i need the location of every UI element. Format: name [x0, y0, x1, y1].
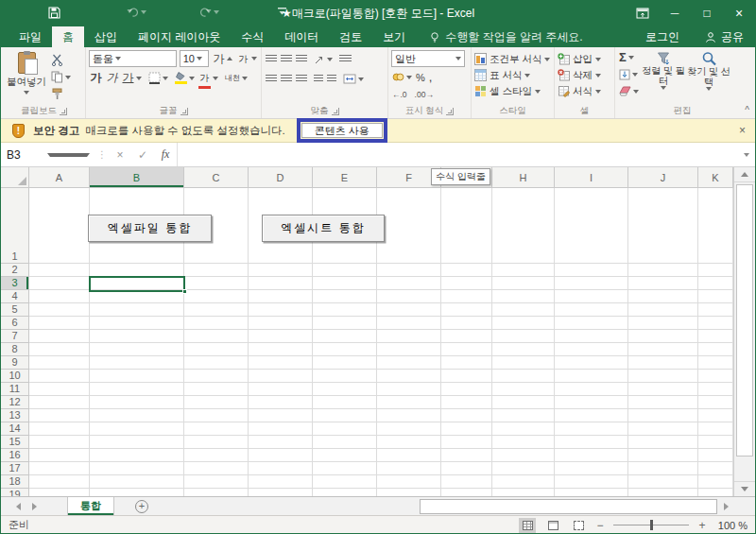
cell-I8[interactable] — [555, 343, 628, 356]
shrink-font-button[interactable]: 가 — [236, 52, 258, 66]
number-dialog-launcher[interactable] — [446, 108, 454, 115]
grow-font-button[interactable]: 가 — [212, 52, 233, 66]
cell-H17[interactable] — [492, 462, 555, 475]
cell-G6[interactable] — [441, 317, 492, 330]
undo-button[interactable] — [127, 7, 146, 18]
cell-K16[interactable] — [698, 449, 733, 462]
cell-D7[interactable] — [249, 330, 313, 343]
maximize-button[interactable]: □ — [691, 0, 723, 26]
row-header-18[interactable]: 18 — [1, 475, 29, 489]
cell-G2[interactable] — [441, 264, 492, 277]
sheet-nav-prev-icon[interactable] — [16, 503, 21, 510]
cell-H4[interactable] — [492, 290, 555, 303]
wrap-text-button[interactable] — [338, 52, 352, 66]
cell-J12[interactable] — [628, 396, 698, 409]
cell-C15[interactable] — [184, 436, 249, 449]
cell-A3[interactable] — [29, 277, 90, 290]
row-header-14[interactable]: 14 — [1, 422, 29, 436]
collapse-ribbon-button[interactable]: ^ — [745, 105, 749, 115]
cell-I7[interactable] — [555, 330, 628, 343]
vertical-scrollbar-thumb[interactable] — [736, 184, 753, 456]
cell-I18[interactable] — [555, 475, 628, 489]
conditional-formatting-button[interactable]: 조건부 서식 — [474, 51, 551, 67]
insert-cells-button[interactable]: 삽입 — [558, 51, 611, 67]
cell-A17[interactable] — [29, 462, 90, 475]
cell-G4[interactable] — [441, 290, 492, 303]
cell-A16[interactable] — [29, 449, 90, 462]
cell-A8[interactable] — [29, 343, 90, 356]
enable-content-button[interactable]: 콘텐츠 사용 — [301, 123, 383, 138]
cell-D18[interactable] — [249, 475, 313, 489]
font-name-select[interactable]: 돋움 — [89, 50, 177, 67]
row-header-2[interactable]: 2 — [1, 264, 29, 277]
font-color-button[interactable]: 가 — [198, 71, 219, 85]
zoom-in-button[interactable]: + — [697, 519, 707, 532]
cell-J3[interactable] — [628, 277, 698, 290]
cell-K1[interactable] — [698, 188, 733, 264]
cell-D9[interactable] — [249, 356, 313, 370]
insert-function-button[interactable]: fx — [154, 143, 177, 166]
ribbon-tab-파일[interactable]: 파일 — [9, 26, 52, 47]
cell-D8[interactable] — [249, 343, 313, 356]
cell-B5[interactable] — [90, 303, 184, 317]
cell-I15[interactable] — [555, 436, 628, 449]
format-as-table-button[interactable]: 표 서식 — [474, 67, 551, 83]
cell-E6[interactable] — [313, 317, 377, 330]
cell-G10[interactable] — [441, 370, 492, 383]
cell-D2[interactable] — [249, 264, 313, 277]
cell-K13[interactable] — [698, 409, 733, 422]
cell-H5[interactable] — [492, 303, 555, 317]
cell-K12[interactable] — [698, 396, 733, 409]
cell-I5[interactable] — [555, 303, 628, 317]
cell-D12[interactable] — [249, 396, 313, 409]
cell-B6[interactable] — [90, 317, 184, 330]
cell-A4[interactable] — [29, 290, 90, 303]
cell-J13[interactable] — [628, 409, 698, 422]
customize-qat-button[interactable] — [278, 7, 287, 17]
cell-C19[interactable] — [184, 489, 249, 496]
cell-I13[interactable] — [555, 409, 628, 422]
cell-F7[interactable] — [377, 330, 441, 343]
cell-F3[interactable] — [377, 277, 441, 290]
underline-button[interactable]: 가 — [121, 71, 143, 85]
cell-B8[interactable] — [90, 343, 184, 356]
cell-C9[interactable] — [184, 356, 249, 370]
cell-C7[interactable] — [184, 330, 249, 343]
cell-J7[interactable] — [628, 330, 698, 343]
cell-J9[interactable] — [628, 356, 698, 370]
cell-B10[interactable] — [90, 370, 184, 383]
cell-C17[interactable] — [184, 462, 249, 475]
cut-button[interactable] — [50, 53, 72, 67]
cell-C16[interactable] — [184, 449, 249, 462]
cell-C5[interactable] — [184, 303, 249, 317]
cell-K9[interactable] — [698, 356, 733, 370]
cell-B3[interactable] — [90, 277, 184, 290]
cell-I4[interactable] — [555, 290, 628, 303]
cell-K6[interactable] — [698, 317, 733, 330]
cell-E8[interactable] — [313, 343, 377, 356]
cell-C4[interactable] — [184, 290, 249, 303]
cell-F16[interactable] — [377, 449, 441, 462]
cell-K4[interactable] — [698, 290, 733, 303]
cell-D5[interactable] — [249, 303, 313, 317]
increase-decimal-button[interactable]: ←.0 — [391, 87, 408, 101]
cell-H10[interactable] — [492, 370, 555, 383]
cell-G1[interactable] — [441, 188, 492, 264]
cell-E17[interactable] — [313, 462, 377, 475]
cell-H12[interactable] — [492, 396, 555, 409]
ribbon-tab-검토[interactable]: 검토 — [329, 26, 372, 47]
cell-D11[interactable] — [249, 383, 313, 396]
cell-F8[interactable] — [377, 343, 441, 356]
cell-G16[interactable] — [441, 449, 492, 462]
cell-J17[interactable] — [628, 462, 698, 475]
row-header-5[interactable]: 5 — [1, 303, 29, 317]
add-sheet-button[interactable]: + — [135, 500, 148, 513]
cell-A19[interactable] — [29, 489, 90, 496]
comma-style-button[interactable]: , — [428, 70, 434, 84]
row-header-17[interactable]: 17 — [1, 462, 29, 475]
cancel-formula-button[interactable]: × — [109, 143, 131, 166]
cell-F4[interactable] — [377, 290, 441, 303]
align-bottom-button[interactable] — [295, 52, 308, 66]
phonetic-button[interactable]: 내천 — [224, 71, 249, 85]
cell-D15[interactable] — [249, 436, 313, 449]
